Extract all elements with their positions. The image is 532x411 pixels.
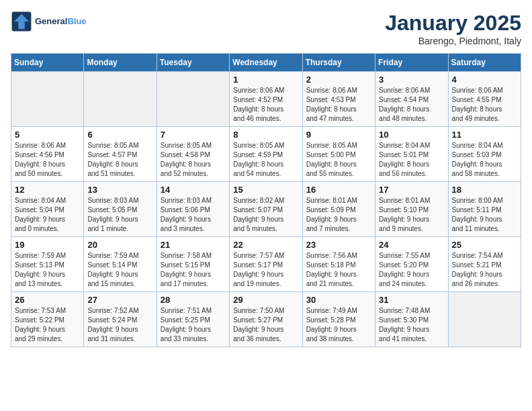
page-header: GeneralBlue January 2025 Barengo, Piedmo… [11, 11, 521, 46]
calendar-week-row: 12Sunrise: 8:04 AM Sunset: 5:04 PM Dayli… [11, 182, 521, 237]
day-info: Sunrise: 8:03 AM Sunset: 5:05 PM Dayligh… [87, 196, 152, 234]
calendar-cell: 31Sunrise: 7:48 AM Sunset: 5:30 PM Dayli… [375, 292, 448, 347]
day-info: Sunrise: 8:05 AM Sunset: 4:57 PM Dayligh… [87, 141, 152, 179]
day-number: 7 [161, 130, 226, 140]
day-number: 18 [452, 185, 517, 195]
logo-icon [11, 11, 32, 32]
calendar-week-row: 26Sunrise: 7:53 AM Sunset: 5:22 PM Dayli… [11, 292, 521, 347]
day-info: Sunrise: 8:03 AM Sunset: 5:06 PM Dayligh… [161, 196, 226, 234]
calendar-cell: 6Sunrise: 8:05 AM Sunset: 4:57 PM Daylig… [84, 127, 157, 182]
day-info: Sunrise: 7:56 AM Sunset: 5:18 PM Dayligh… [306, 251, 371, 289]
month-title: January 2025 [385, 11, 521, 36]
day-number: 21 [161, 240, 226, 250]
day-number: 30 [306, 295, 371, 305]
day-info: Sunrise: 7:57 AM Sunset: 5:17 PM Dayligh… [233, 251, 298, 289]
day-number: 11 [452, 130, 517, 140]
day-info: Sunrise: 7:59 AM Sunset: 5:14 PM Dayligh… [87, 251, 152, 289]
weekday-header-tuesday: Tuesday [157, 54, 229, 72]
day-number: 5 [15, 130, 80, 140]
calendar-cell [11, 72, 84, 127]
calendar-cell: 9Sunrise: 8:05 AM Sunset: 5:00 PM Daylig… [302, 127, 375, 182]
day-number: 4 [452, 75, 517, 85]
day-number: 25 [452, 240, 517, 250]
day-number: 1 [233, 75, 298, 85]
calendar-week-row: 1Sunrise: 8:06 AM Sunset: 4:52 PM Daylig… [11, 72, 521, 127]
calendar-table: SundayMondayTuesdayWednesdayThursdayFrid… [11, 53, 521, 347]
calendar-cell: 19Sunrise: 7:59 AM Sunset: 5:13 PM Dayli… [11, 237, 84, 292]
day-number: 16 [306, 185, 371, 195]
day-number: 19 [15, 240, 80, 250]
calendar-cell: 25Sunrise: 7:54 AM Sunset: 5:21 PM Dayli… [448, 237, 521, 292]
day-info: Sunrise: 7:53 AM Sunset: 5:22 PM Dayligh… [15, 306, 80, 344]
day-info: Sunrise: 8:04 AM Sunset: 5:03 PM Dayligh… [452, 141, 517, 179]
day-info: Sunrise: 7:58 AM Sunset: 5:15 PM Dayligh… [161, 251, 226, 289]
calendar-cell: 11Sunrise: 8:04 AM Sunset: 5:03 PM Dayli… [448, 127, 521, 182]
day-info: Sunrise: 8:04 AM Sunset: 5:04 PM Dayligh… [15, 196, 80, 234]
calendar-cell: 15Sunrise: 8:02 AM Sunset: 5:07 PM Dayli… [230, 182, 302, 237]
calendar-cell: 3Sunrise: 8:06 AM Sunset: 4:54 PM Daylig… [375, 72, 448, 127]
day-info: Sunrise: 8:01 AM Sunset: 5:10 PM Dayligh… [379, 196, 444, 234]
day-info: Sunrise: 7:59 AM Sunset: 5:13 PM Dayligh… [15, 251, 80, 289]
calendar-cell: 22Sunrise: 7:57 AM Sunset: 5:17 PM Dayli… [230, 237, 302, 292]
calendar-cell: 10Sunrise: 8:04 AM Sunset: 5:01 PM Dayli… [375, 127, 448, 182]
day-number: 10 [379, 130, 444, 140]
day-number: 2 [306, 75, 371, 85]
weekday-header-saturday: Saturday [448, 54, 521, 72]
calendar-week-row: 5Sunrise: 8:06 AM Sunset: 4:56 PM Daylig… [11, 127, 521, 182]
calendar-cell: 12Sunrise: 8:04 AM Sunset: 5:04 PM Dayli… [11, 182, 84, 237]
calendar-cell: 30Sunrise: 7:49 AM Sunset: 5:28 PM Dayli… [302, 292, 375, 347]
calendar-cell [448, 292, 521, 347]
day-number: 27 [87, 295, 152, 305]
calendar-cell: 1Sunrise: 8:06 AM Sunset: 4:52 PM Daylig… [230, 72, 302, 127]
day-info: Sunrise: 8:06 AM Sunset: 4:56 PM Dayligh… [15, 141, 80, 179]
calendar-cell: 14Sunrise: 8:03 AM Sunset: 5:06 PM Dayli… [157, 182, 229, 237]
day-info: Sunrise: 7:54 AM Sunset: 5:21 PM Dayligh… [452, 251, 517, 289]
location-text: Barengo, Piedmont, Italy [385, 36, 521, 46]
calendar-cell: 18Sunrise: 8:00 AM Sunset: 5:11 PM Dayli… [448, 182, 521, 237]
calendar-cell: 2Sunrise: 8:06 AM Sunset: 4:53 PM Daylig… [302, 72, 375, 127]
weekday-header-thursday: Thursday [302, 54, 375, 72]
day-info: Sunrise: 7:55 AM Sunset: 5:20 PM Dayligh… [379, 251, 444, 289]
day-number: 29 [233, 295, 298, 305]
calendar-cell: 17Sunrise: 8:01 AM Sunset: 5:10 PM Dayli… [375, 182, 448, 237]
calendar-cell: 7Sunrise: 8:05 AM Sunset: 4:58 PM Daylig… [157, 127, 229, 182]
day-info: Sunrise: 7:48 AM Sunset: 5:30 PM Dayligh… [379, 306, 444, 344]
calendar-cell [84, 72, 157, 127]
day-number: 12 [15, 185, 80, 195]
weekday-header-row: SundayMondayTuesdayWednesdayThursdayFrid… [11, 54, 521, 72]
title-block: January 2025 Barengo, Piedmont, Italy [385, 11, 521, 46]
calendar-cell: 29Sunrise: 7:50 AM Sunset: 5:27 PM Dayli… [230, 292, 302, 347]
calendar-cell: 8Sunrise: 8:05 AM Sunset: 4:59 PM Daylig… [230, 127, 302, 182]
calendar-cell: 24Sunrise: 7:55 AM Sunset: 5:20 PM Dayli… [375, 237, 448, 292]
day-number: 13 [87, 185, 152, 195]
day-number: 26 [15, 295, 80, 305]
day-info: Sunrise: 8:05 AM Sunset: 4:59 PM Dayligh… [233, 141, 298, 179]
calendar-cell: 26Sunrise: 7:53 AM Sunset: 5:22 PM Dayli… [11, 292, 84, 347]
day-info: Sunrise: 7:51 AM Sunset: 5:25 PM Dayligh… [161, 306, 226, 344]
day-info: Sunrise: 8:06 AM Sunset: 4:54 PM Dayligh… [379, 86, 444, 124]
calendar-cell: 23Sunrise: 7:56 AM Sunset: 5:18 PM Dayli… [302, 237, 375, 292]
day-number: 17 [379, 185, 444, 195]
weekday-header-wednesday: Wednesday [230, 54, 302, 72]
day-info: Sunrise: 8:06 AM Sunset: 4:53 PM Dayligh… [306, 86, 371, 124]
calendar-cell: 4Sunrise: 8:06 AM Sunset: 4:55 PM Daylig… [448, 72, 521, 127]
calendar-cell: 27Sunrise: 7:52 AM Sunset: 5:24 PM Dayli… [84, 292, 157, 347]
weekday-header-sunday: Sunday [11, 54, 84, 72]
day-info: Sunrise: 8:05 AM Sunset: 5:00 PM Dayligh… [306, 141, 371, 179]
logo: GeneralBlue [11, 11, 87, 32]
day-number: 8 [233, 130, 298, 140]
calendar-cell: 13Sunrise: 8:03 AM Sunset: 5:05 PM Dayli… [84, 182, 157, 237]
day-number: 9 [306, 130, 371, 140]
calendar-cell: 21Sunrise: 7:58 AM Sunset: 5:15 PM Dayli… [157, 237, 229, 292]
day-info: Sunrise: 8:02 AM Sunset: 5:07 PM Dayligh… [233, 196, 298, 234]
weekday-header-friday: Friday [375, 54, 448, 72]
day-number: 20 [87, 240, 152, 250]
calendar-week-row: 19Sunrise: 7:59 AM Sunset: 5:13 PM Dayli… [11, 237, 521, 292]
day-number: 14 [161, 185, 226, 195]
day-number: 15 [233, 185, 298, 195]
calendar-cell: 28Sunrise: 7:51 AM Sunset: 5:25 PM Dayli… [157, 292, 229, 347]
day-number: 24 [379, 240, 444, 250]
day-info: Sunrise: 8:00 AM Sunset: 5:11 PM Dayligh… [452, 196, 517, 234]
day-info: Sunrise: 8:01 AM Sunset: 5:09 PM Dayligh… [306, 196, 371, 234]
day-info: Sunrise: 7:49 AM Sunset: 5:28 PM Dayligh… [306, 306, 371, 344]
